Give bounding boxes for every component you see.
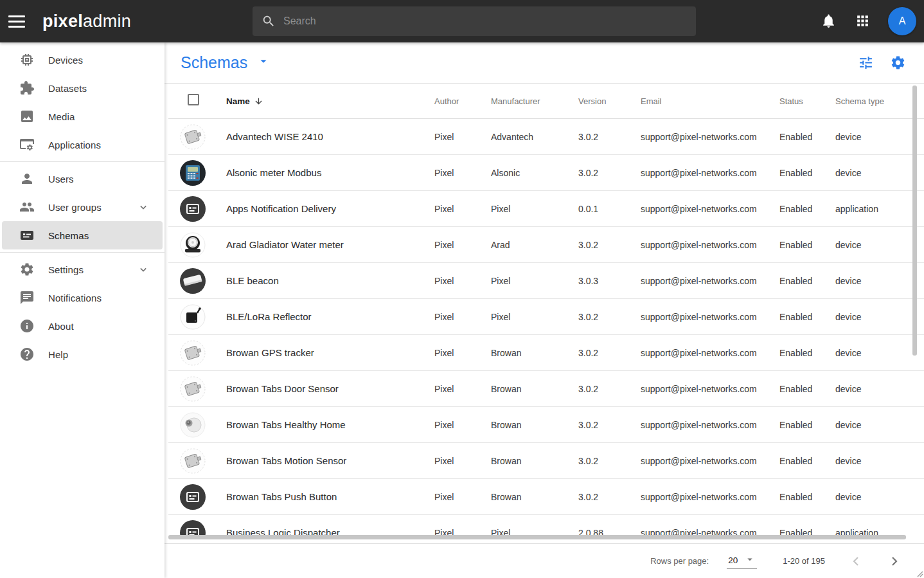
sidebar-item-media[interactable]: Media [2, 102, 163, 131]
table-row[interactable]: Browan Tabs Motion Sensor Pixel Browan 3… [168, 443, 924, 479]
schema-icon [180, 232, 206, 258]
cell-email: support@pixel-networks.com [633, 276, 772, 286]
rows-per-page-select[interactable]: 20 [727, 554, 757, 569]
table-row[interactable]: BLE beacon Pixel Pixel 3.0.3 support@pix… [168, 263, 924, 299]
cell-status: Enabled [772, 276, 828, 286]
gear-icon [19, 262, 35, 277]
sidebar-item-settings[interactable]: Settings [2, 255, 163, 284]
cell-email: support@pixel-networks.com [633, 492, 772, 502]
hamburger-menu-button[interactable] [0, 0, 32, 42]
apps-grid-button[interactable] [854, 13, 871, 30]
cell-manufacturer: Pixel [483, 312, 571, 322]
cell-schema-type: device [828, 312, 914, 322]
sidebar-item-label: Devices [48, 55, 83, 66]
cell-status: Enabled [772, 384, 828, 394]
search-bar[interactable] [253, 6, 696, 36]
select-all-checkbox[interactable] [188, 94, 199, 105]
cell-name: Apps Notification Delivery [218, 203, 427, 214]
cell-name: BLE/LoRa Reflector [218, 311, 427, 322]
column-header-schema-type[interactable]: Schema type [828, 96, 914, 106]
cell-manufacturer: Pixel [483, 204, 571, 214]
filter-tune-button[interactable] [857, 55, 874, 71]
sidebar-item-label: Datasets [48, 83, 87, 94]
cell-schema-type: device [828, 276, 914, 286]
table-row[interactable]: Advantech WISE 2410 Pixel Advantech 3.0.… [168, 119, 924, 155]
cell-status: Enabled [772, 348, 828, 358]
column-header-name[interactable]: Name [218, 96, 427, 106]
table-row[interactable]: Arad Gladiator Water meter Pixel Arad 3.… [168, 227, 924, 263]
cell-author: Pixel [427, 132, 483, 142]
main-content: Schemas Name Author Manufacturer Version… [164, 42, 924, 578]
column-header-email[interactable]: Email [633, 96, 772, 106]
column-header-version[interactable]: Version [571, 96, 633, 106]
cell-email: support@pixel-networks.com [633, 132, 772, 142]
table-settings-button[interactable] [889, 55, 906, 71]
cell-version: 3.0.2 [571, 168, 633, 178]
sidebar-item-schemas[interactable]: Schemas [2, 221, 163, 249]
cell-author: Pixel [427, 276, 483, 286]
schema-card-icon [19, 228, 35, 243]
cell-name: Alsonic meter Modbus [218, 167, 427, 178]
cell-schema-type: device [828, 456, 914, 466]
cell-schema-type: device [828, 420, 914, 430]
schema-icon [180, 196, 206, 222]
page-title[interactable]: Schemas [181, 53, 271, 72]
schema-icon [180, 376, 206, 402]
column-header-status[interactable]: Status [772, 96, 828, 106]
chevron-right-icon [887, 554, 902, 569]
cell-author: Pixel [427, 240, 483, 250]
apps-grid-icon [855, 13, 871, 29]
cell-email: support@pixel-networks.com [633, 240, 772, 250]
column-header-manufacturer[interactable]: Manufacturer [483, 96, 571, 106]
cell-version: 3.0.2 [571, 492, 633, 502]
table-row[interactable]: BLE/LoRa Reflector Pixel Pixel 3.0.2 sup… [168, 299, 924, 335]
content-header: Schemas [164, 42, 924, 84]
table-row[interactable]: Browan GPS tracker Pixel Browan 3.0.2 su… [168, 335, 924, 371]
sidebar-item-applications[interactable]: Applications [2, 131, 163, 159]
table-body: Advantech WISE 2410 Pixel Advantech 3.0.… [164, 119, 924, 539]
brand-logo: pixeladmin [42, 12, 131, 32]
previous-page-button[interactable] [848, 554, 864, 569]
cell-author: Pixel [427, 204, 483, 214]
user-avatar[interactable]: A [888, 7, 916, 35]
sidebar-item-label: Users [48, 174, 74, 185]
info-icon [19, 318, 35, 334]
puzzle-icon [19, 80, 35, 96]
cell-email: support@pixel-networks.com [633, 204, 772, 214]
next-page-button[interactable] [887, 554, 902, 569]
cell-version: 3.0.2 [571, 348, 633, 358]
gear-icon [890, 55, 906, 71]
sidebar-item-label: Applications [48, 140, 101, 150]
notifications-bell-button[interactable] [820, 13, 837, 30]
column-header-author[interactable]: Author [427, 96, 483, 106]
sidebar-item-label: About [48, 321, 74, 332]
cell-email: support@pixel-networks.com [633, 168, 772, 178]
resize-grip-icon[interactable] [914, 568, 923, 577]
sidebar-item-label: Settings [48, 264, 84, 275]
table-row[interactable]: Apps Notification Delivery Pixel Pixel 0… [168, 191, 924, 227]
cell-schema-type: device [828, 168, 914, 178]
sidebar-item-users[interactable]: Users [2, 165, 163, 193]
sidebar-divider [0, 161, 164, 162]
sidebar-item-datasets[interactable]: Datasets [2, 74, 163, 102]
cell-manufacturer: Alsonic [483, 168, 571, 178]
cell-version: 0.0.1 [571, 204, 633, 214]
sidebar-item-help[interactable]: Help [2, 340, 163, 368]
table-row[interactable]: Browan Tabs Push Button Pixel Browan 3.0… [168, 479, 924, 515]
table-row[interactable]: Alsonic meter Modbus Pixel Alsonic 3.0.2… [168, 155, 924, 191]
cell-manufacturer: Browan [483, 492, 571, 502]
cell-version: 3.0.2 [571, 384, 633, 394]
topbar: pixeladmin A [0, 0, 924, 42]
sidebar-item-devices[interactable]: Devices [2, 46, 163, 74]
cell-name: Browan Tabs Motion Sensor [218, 455, 427, 466]
sidebar-item-notifications[interactable]: Notifications [2, 284, 163, 312]
search-input[interactable] [283, 15, 687, 27]
sidebar-nav: DevicesDatasetsMediaApplicationsUsersUse… [0, 46, 164, 368]
sidebar-item-user-groups[interactable]: User groups [2, 193, 163, 221]
table-row[interactable]: Browan Tabs Door Sensor Pixel Browan 3.0… [168, 371, 924, 407]
vertical-scrollbar[interactable] [912, 86, 917, 356]
cell-schema-type: device [828, 384, 914, 394]
sidebar-item-about[interactable]: About [2, 312, 163, 340]
horizontal-scrollbar[interactable] [168, 535, 906, 539]
table-row[interactable]: Browan Tabs Healthy Home Pixel Browan 3.… [168, 407, 924, 443]
